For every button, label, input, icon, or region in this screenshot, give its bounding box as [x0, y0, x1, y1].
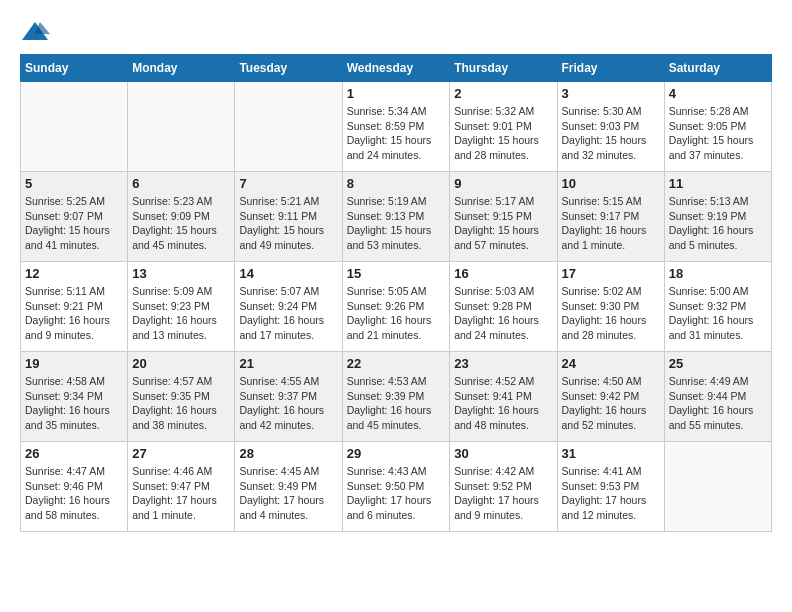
day-info: Sunrise: 4:53 AM Sunset: 9:39 PM Dayligh… [347, 374, 446, 433]
day-number: 12 [25, 266, 123, 281]
calendar-cell: 29Sunrise: 4:43 AM Sunset: 9:50 PM Dayli… [342, 442, 450, 532]
day-info: Sunrise: 4:57 AM Sunset: 9:35 PM Dayligh… [132, 374, 230, 433]
calendar-header-row: SundayMondayTuesdayWednesdayThursdayFrid… [21, 55, 772, 82]
calendar-cell: 13Sunrise: 5:09 AM Sunset: 9:23 PM Dayli… [128, 262, 235, 352]
calendar-cell: 12Sunrise: 5:11 AM Sunset: 9:21 PM Dayli… [21, 262, 128, 352]
day-info: Sunrise: 5:21 AM Sunset: 9:11 PM Dayligh… [239, 194, 337, 253]
logo [20, 20, 54, 44]
calendar-cell: 25Sunrise: 4:49 AM Sunset: 9:44 PM Dayli… [664, 352, 771, 442]
calendar-header-saturday: Saturday [664, 55, 771, 82]
calendar-header-thursday: Thursday [450, 55, 557, 82]
calendar-cell: 22Sunrise: 4:53 AM Sunset: 9:39 PM Dayli… [342, 352, 450, 442]
day-number: 7 [239, 176, 337, 191]
day-info: Sunrise: 5:05 AM Sunset: 9:26 PM Dayligh… [347, 284, 446, 343]
day-number: 30 [454, 446, 552, 461]
day-info: Sunrise: 4:45 AM Sunset: 9:49 PM Dayligh… [239, 464, 337, 523]
day-number: 22 [347, 356, 446, 371]
calendar-week-row: 5Sunrise: 5:25 AM Sunset: 9:07 PM Daylig… [21, 172, 772, 262]
day-info: Sunrise: 4:52 AM Sunset: 9:41 PM Dayligh… [454, 374, 552, 433]
page-header [20, 20, 772, 44]
day-number: 17 [562, 266, 660, 281]
calendar-cell: 27Sunrise: 4:46 AM Sunset: 9:47 PM Dayli… [128, 442, 235, 532]
calendar-cell: 5Sunrise: 5:25 AM Sunset: 9:07 PM Daylig… [21, 172, 128, 262]
calendar-cell [21, 82, 128, 172]
calendar-cell: 17Sunrise: 5:02 AM Sunset: 9:30 PM Dayli… [557, 262, 664, 352]
day-number: 11 [669, 176, 767, 191]
calendar-cell: 15Sunrise: 5:05 AM Sunset: 9:26 PM Dayli… [342, 262, 450, 352]
day-number: 3 [562, 86, 660, 101]
day-number: 27 [132, 446, 230, 461]
logo-icon [20, 20, 50, 44]
day-info: Sunrise: 5:28 AM Sunset: 9:05 PM Dayligh… [669, 104, 767, 163]
day-number: 23 [454, 356, 552, 371]
calendar-cell: 10Sunrise: 5:15 AM Sunset: 9:17 PM Dayli… [557, 172, 664, 262]
calendar-header-monday: Monday [128, 55, 235, 82]
day-info: Sunrise: 5:09 AM Sunset: 9:23 PM Dayligh… [132, 284, 230, 343]
day-info: Sunrise: 5:07 AM Sunset: 9:24 PM Dayligh… [239, 284, 337, 343]
calendar-cell: 9Sunrise: 5:17 AM Sunset: 9:15 PM Daylig… [450, 172, 557, 262]
calendar-cell [128, 82, 235, 172]
day-info: Sunrise: 4:49 AM Sunset: 9:44 PM Dayligh… [669, 374, 767, 433]
calendar-cell: 26Sunrise: 4:47 AM Sunset: 9:46 PM Dayli… [21, 442, 128, 532]
calendar-cell: 4Sunrise: 5:28 AM Sunset: 9:05 PM Daylig… [664, 82, 771, 172]
day-number: 2 [454, 86, 552, 101]
day-number: 16 [454, 266, 552, 281]
day-number: 10 [562, 176, 660, 191]
day-number: 31 [562, 446, 660, 461]
calendar-cell: 18Sunrise: 5:00 AM Sunset: 9:32 PM Dayli… [664, 262, 771, 352]
day-number: 18 [669, 266, 767, 281]
day-number: 4 [669, 86, 767, 101]
calendar-cell: 14Sunrise: 5:07 AM Sunset: 9:24 PM Dayli… [235, 262, 342, 352]
calendar-header-friday: Friday [557, 55, 664, 82]
day-info: Sunrise: 5:17 AM Sunset: 9:15 PM Dayligh… [454, 194, 552, 253]
calendar-table: SundayMondayTuesdayWednesdayThursdayFrid… [20, 54, 772, 532]
day-info: Sunrise: 5:25 AM Sunset: 9:07 PM Dayligh… [25, 194, 123, 253]
calendar-cell: 1Sunrise: 5:34 AM Sunset: 8:59 PM Daylig… [342, 82, 450, 172]
day-info: Sunrise: 5:00 AM Sunset: 9:32 PM Dayligh… [669, 284, 767, 343]
day-info: Sunrise: 4:43 AM Sunset: 9:50 PM Dayligh… [347, 464, 446, 523]
day-number: 13 [132, 266, 230, 281]
day-info: Sunrise: 4:42 AM Sunset: 9:52 PM Dayligh… [454, 464, 552, 523]
day-number: 19 [25, 356, 123, 371]
calendar-header-wednesday: Wednesday [342, 55, 450, 82]
day-number: 6 [132, 176, 230, 191]
calendar-cell: 19Sunrise: 4:58 AM Sunset: 9:34 PM Dayli… [21, 352, 128, 442]
day-number: 1 [347, 86, 446, 101]
day-info: Sunrise: 4:58 AM Sunset: 9:34 PM Dayligh… [25, 374, 123, 433]
calendar-cell: 30Sunrise: 4:42 AM Sunset: 9:52 PM Dayli… [450, 442, 557, 532]
day-number: 28 [239, 446, 337, 461]
day-info: Sunrise: 5:30 AM Sunset: 9:03 PM Dayligh… [562, 104, 660, 163]
day-info: Sunrise: 5:23 AM Sunset: 9:09 PM Dayligh… [132, 194, 230, 253]
day-number: 21 [239, 356, 337, 371]
calendar-cell: 23Sunrise: 4:52 AM Sunset: 9:41 PM Dayli… [450, 352, 557, 442]
calendar-cell: 8Sunrise: 5:19 AM Sunset: 9:13 PM Daylig… [342, 172, 450, 262]
calendar-cell: 28Sunrise: 4:45 AM Sunset: 9:49 PM Dayli… [235, 442, 342, 532]
calendar-cell: 20Sunrise: 4:57 AM Sunset: 9:35 PM Dayli… [128, 352, 235, 442]
day-number: 26 [25, 446, 123, 461]
day-info: Sunrise: 4:47 AM Sunset: 9:46 PM Dayligh… [25, 464, 123, 523]
calendar-week-row: 1Sunrise: 5:34 AM Sunset: 8:59 PM Daylig… [21, 82, 772, 172]
day-info: Sunrise: 4:46 AM Sunset: 9:47 PM Dayligh… [132, 464, 230, 523]
day-info: Sunrise: 5:02 AM Sunset: 9:30 PM Dayligh… [562, 284, 660, 343]
calendar-cell: 21Sunrise: 4:55 AM Sunset: 9:37 PM Dayli… [235, 352, 342, 442]
calendar-cell: 24Sunrise: 4:50 AM Sunset: 9:42 PM Dayli… [557, 352, 664, 442]
day-info: Sunrise: 4:50 AM Sunset: 9:42 PM Dayligh… [562, 374, 660, 433]
day-info: Sunrise: 5:03 AM Sunset: 9:28 PM Dayligh… [454, 284, 552, 343]
calendar-header-sunday: Sunday [21, 55, 128, 82]
day-number: 25 [669, 356, 767, 371]
day-info: Sunrise: 4:55 AM Sunset: 9:37 PM Dayligh… [239, 374, 337, 433]
day-info: Sunrise: 4:41 AM Sunset: 9:53 PM Dayligh… [562, 464, 660, 523]
day-number: 5 [25, 176, 123, 191]
day-info: Sunrise: 5:34 AM Sunset: 8:59 PM Dayligh… [347, 104, 446, 163]
calendar-week-row: 12Sunrise: 5:11 AM Sunset: 9:21 PM Dayli… [21, 262, 772, 352]
calendar-cell: 11Sunrise: 5:13 AM Sunset: 9:19 PM Dayli… [664, 172, 771, 262]
calendar-cell [235, 82, 342, 172]
day-number: 15 [347, 266, 446, 281]
calendar-cell: 7Sunrise: 5:21 AM Sunset: 9:11 PM Daylig… [235, 172, 342, 262]
day-info: Sunrise: 5:15 AM Sunset: 9:17 PM Dayligh… [562, 194, 660, 253]
calendar-week-row: 26Sunrise: 4:47 AM Sunset: 9:46 PM Dayli… [21, 442, 772, 532]
calendar-cell: 16Sunrise: 5:03 AM Sunset: 9:28 PM Dayli… [450, 262, 557, 352]
day-number: 9 [454, 176, 552, 191]
calendar-header-tuesday: Tuesday [235, 55, 342, 82]
calendar-cell: 31Sunrise: 4:41 AM Sunset: 9:53 PM Dayli… [557, 442, 664, 532]
